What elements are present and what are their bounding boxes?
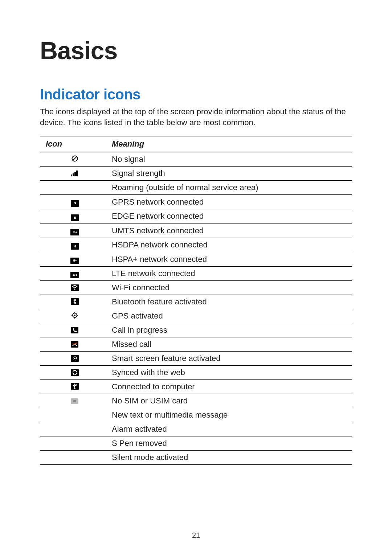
meaning-cell: Smart screen feature activated xyxy=(106,352,352,366)
table-row: H HSDPA network connected xyxy=(40,238,352,252)
signal-strength-icon xyxy=(71,169,79,178)
table-row: New text or multimedia message xyxy=(40,408,352,422)
icon-cell xyxy=(40,295,106,309)
icon-cell xyxy=(40,337,106,352)
meaning-cell: Synced with the web xyxy=(106,366,352,380)
icon-cell xyxy=(40,167,106,181)
hspa-plus-icon: H+ xyxy=(70,258,79,264)
table-row: S Pen removed xyxy=(40,436,352,451)
table-row: No SIM or USIM card xyxy=(40,394,352,408)
table-row: Silent mode activated xyxy=(40,451,352,465)
icon-cell: E xyxy=(40,209,106,223)
bluetooth-icon xyxy=(71,298,79,305)
table-row: Roaming (outside of normal service area) xyxy=(40,181,352,195)
svg-rect-4 xyxy=(74,172,76,176)
meaning-cell: Connected to computer xyxy=(106,380,352,394)
edge-icon: E xyxy=(71,214,79,221)
meaning-cell: New text or multimedia message xyxy=(106,408,352,422)
meaning-cell: HSDPA network connected xyxy=(106,238,352,252)
icon-cell xyxy=(40,323,106,337)
table-row: 3G UMTS network connected xyxy=(40,223,352,238)
icon-cell xyxy=(40,366,106,380)
icon-cell xyxy=(40,380,106,394)
icon-cell xyxy=(40,451,106,465)
svg-point-8 xyxy=(74,315,75,316)
svg-point-17 xyxy=(74,384,75,385)
svg-rect-5 xyxy=(76,171,78,176)
no-sim-icon xyxy=(71,398,78,404)
meaning-cell: Missed call xyxy=(106,337,352,352)
svg-rect-19 xyxy=(76,385,77,386)
meaning-cell: Call in progress xyxy=(106,323,352,337)
gps-icon xyxy=(71,312,79,319)
icon-cell: 4G xyxy=(40,266,106,281)
call-in-progress-icon xyxy=(71,327,78,333)
svg-point-20 xyxy=(73,385,74,386)
icon-cell xyxy=(40,422,106,436)
table-row: E EDGE network connected xyxy=(40,209,352,223)
icon-cell: H xyxy=(40,238,106,252)
no-signal-icon xyxy=(72,155,78,164)
section-intro-text: The icons displayed at the top of the sc… xyxy=(40,106,352,128)
meaning-cell: Wi-Fi connected xyxy=(106,281,352,295)
column-header-icon: Icon xyxy=(40,136,106,152)
column-header-meaning: Meaning xyxy=(106,136,352,152)
meaning-cell: LTE network connected xyxy=(106,266,352,281)
table-row: Synced with the web xyxy=(40,366,352,380)
table-row: Missed call xyxy=(40,337,352,352)
icon-cell xyxy=(40,309,106,323)
meaning-cell: S Pen removed xyxy=(106,436,352,451)
icon-cell: H+ xyxy=(40,252,106,267)
table-row: GPS activated xyxy=(40,309,352,323)
icon-cell xyxy=(40,152,106,167)
table-row: Bluetooth feature activated xyxy=(40,295,352,309)
lte-icon: 4G xyxy=(70,272,79,278)
table-row: Wi-Fi connected xyxy=(40,281,352,295)
icon-cell: G xyxy=(40,195,106,209)
meaning-cell: Signal strength xyxy=(106,167,352,181)
meaning-cell: UMTS network connected xyxy=(106,223,352,238)
usb-icon xyxy=(71,383,79,390)
icon-cell xyxy=(40,181,106,195)
chapter-title: Basics xyxy=(40,36,352,65)
table-row: Alarm activated xyxy=(40,422,352,436)
svg-rect-2 xyxy=(71,175,72,176)
manual-page: Basics Indicator icons The icons display… xyxy=(0,0,392,554)
icon-cell: 3G xyxy=(40,223,106,238)
meaning-cell: GPS activated xyxy=(106,309,352,323)
meaning-cell: No SIM or USIM card xyxy=(106,394,352,408)
page-number: 21 xyxy=(0,531,392,539)
meaning-cell: Roaming (outside of normal service area) xyxy=(106,181,352,195)
hsdpa-icon: H xyxy=(71,243,79,250)
umts-icon: 3G xyxy=(70,229,79,235)
meaning-cell: Bluetooth feature activated xyxy=(106,295,352,309)
smart-screen-icon xyxy=(71,355,79,362)
svg-point-18 xyxy=(74,388,75,390)
meaning-cell: No signal xyxy=(106,152,352,167)
indicator-icons-table: Icon Meaning No signal Signal st xyxy=(40,136,352,465)
table-row: Call in progress xyxy=(40,323,352,337)
svg-point-6 xyxy=(74,289,75,290)
table-row: No signal xyxy=(40,152,352,167)
section-title: Indicator icons xyxy=(40,86,352,103)
icon-cell xyxy=(40,281,106,295)
table-row: G GPRS network connected xyxy=(40,195,352,209)
meaning-cell: GPRS network connected xyxy=(106,195,352,209)
svg-rect-3 xyxy=(73,173,74,176)
gprs-icon: G xyxy=(71,200,79,207)
table-row: Smart screen feature activated xyxy=(40,352,352,366)
table-row: 4G LTE network connected xyxy=(40,266,352,281)
meaning-cell: Alarm activated xyxy=(106,422,352,436)
svg-line-1 xyxy=(73,157,77,160)
meaning-cell: HSPA+ network connected xyxy=(106,252,352,267)
icon-cell xyxy=(40,408,106,422)
svg-rect-21 xyxy=(73,400,76,402)
svg-point-15 xyxy=(74,358,75,359)
icon-cell xyxy=(40,394,106,408)
icon-cell xyxy=(40,436,106,451)
table-row: H+ HSPA+ network connected xyxy=(40,252,352,267)
table-row: Connected to computer xyxy=(40,380,352,394)
meaning-cell: EDGE network connected xyxy=(106,209,352,223)
sync-icon xyxy=(71,369,79,376)
table-header-row: Icon Meaning xyxy=(40,136,352,152)
